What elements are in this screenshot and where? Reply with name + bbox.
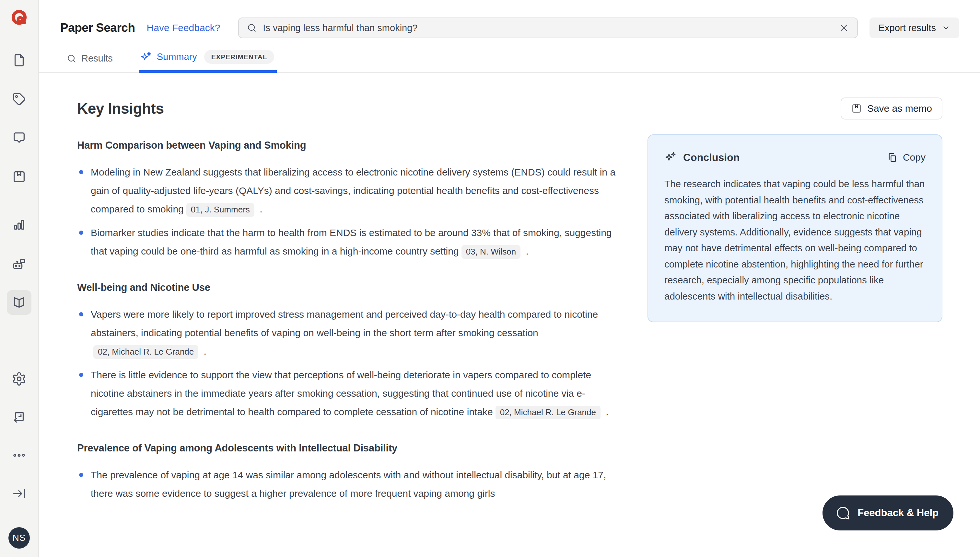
tab-results-label: Results — [81, 53, 113, 64]
content: Key Insights Save as memo Harm Compariso… — [39, 73, 980, 557]
topbar: Paper Search Have Feedback? Export resul… — [39, 0, 980, 38]
bullet-text: Biomarker studies indicate that the harm… — [91, 227, 612, 256]
sparkles-icon — [140, 51, 152, 63]
avatar-initials: NS — [13, 533, 26, 543]
comment-icon[interactable] — [7, 125, 31, 150]
bullet-text: The prevalence of vaping at age 14 was s… — [91, 469, 606, 499]
section-well-being: Well-being and Nicotine Use Vapers were … — [77, 282, 619, 421]
search-input[interactable] — [263, 23, 838, 33]
copy-button[interactable]: Copy — [887, 152, 926, 163]
robot-assistant-icon[interactable] — [7, 251, 31, 276]
save-as-memo-label: Save as memo — [867, 103, 932, 114]
conclusion-title: Conclusion — [683, 151, 740, 163]
search-bar[interactable] — [238, 18, 858, 38]
bullet-text: . — [523, 246, 529, 256]
tab-bar: Results Summary EXPERIMENTAL — [39, 50, 980, 73]
citation-chip[interactable]: 02, Michael R. Le Grande — [93, 345, 198, 359]
conclusion-card: Conclusion Copy The research indicates t… — [647, 134, 942, 322]
search-icon — [67, 54, 77, 64]
gear-icon[interactable] — [7, 366, 31, 391]
app-logo-icon[interactable] — [10, 8, 29, 28]
main-area: Paper Search Have Feedback? Export resul… — [39, 0, 980, 557]
bookmark-icon[interactable] — [7, 164, 31, 189]
key-insights-heading: Key Insights — [77, 100, 164, 117]
search-icon — [247, 23, 257, 33]
citation-chip[interactable]: 03, N. Wilson — [462, 245, 521, 259]
section-heading: Prevalence of Vaping among Adolescents w… — [77, 442, 619, 454]
section-harm-comparison: Harm Comparison between Vaping and Smoki… — [77, 140, 619, 261]
bullet-text: . — [201, 346, 206, 357]
list-item: Modeling in New Zealand suggests that li… — [77, 163, 619, 218]
bullet-text: . — [603, 406, 609, 417]
collapse-icon[interactable] — [7, 481, 31, 506]
open-book-icon[interactable] — [7, 290, 31, 315]
conclusion-body: The research indicates that vaping could… — [664, 176, 926, 304]
citation-chip[interactable]: 01, J. Summers — [186, 203, 255, 217]
more-icon[interactable] — [7, 443, 31, 467]
history-icon[interactable] — [7, 405, 31, 429]
experimental-badge: EXPERIMENTAL — [204, 50, 274, 64]
page-title: Paper Search — [60, 21, 135, 35]
export-results-button[interactable]: Export results — [869, 18, 959, 38]
feedback-help-button[interactable]: Feedback & Help — [823, 495, 954, 531]
avatar[interactable]: NS — [8, 527, 30, 549]
tag-icon[interactable] — [7, 87, 31, 111]
close-icon[interactable] — [838, 22, 849, 33]
bookmark-icon — [851, 103, 862, 114]
have-feedback-link[interactable]: Have Feedback? — [147, 22, 220, 33]
tab-summary[interactable]: Summary EXPERIMENTAL — [140, 50, 274, 72]
copy-label: Copy — [903, 152, 926, 163]
bar-chart-icon[interactable] — [7, 212, 31, 237]
list-item: The prevalence of vaping at age 14 was s… — [77, 466, 619, 503]
save-as-memo-button[interactable]: Save as memo — [841, 98, 942, 119]
content-header: Key Insights Save as memo — [77, 98, 942, 119]
section-heading: Harm Comparison between Vaping and Smoki… — [77, 140, 619, 151]
list-item: Biomarker studies indicate that the harm… — [77, 223, 619, 261]
app-window: NS Paper Search Have Feedback? Export re… — [0, 0, 980, 557]
section-heading: Well-being and Nicotine Use — [77, 282, 619, 293]
bullet-text: . — [257, 204, 263, 214]
list-item: There is little evidence to support the … — [77, 366, 619, 421]
copy-icon — [887, 152, 898, 163]
content-body: Harm Comparison between Vaping and Smoki… — [77, 134, 942, 524]
insight-sections: Harm Comparison between Vaping and Smoki… — [77, 134, 619, 524]
sidebar-bottom: NS — [7, 366, 31, 557]
feedback-help-label: Feedback & Help — [858, 507, 939, 519]
chevron-down-icon — [942, 24, 950, 32]
tab-results[interactable]: Results — [67, 53, 113, 72]
tab-summary-label: Summary — [157, 52, 197, 62]
section-prevalence: Prevalence of Vaping among Adolescents w… — [77, 442, 619, 503]
list-item: Vapers were more likely to report improv… — [77, 305, 619, 360]
chat-bubble-icon — [835, 505, 850, 520]
file-icon[interactable] — [7, 48, 31, 73]
citation-chip[interactable]: 02, Michael R. Le Grande — [495, 406, 601, 419]
sparkles-icon — [664, 151, 677, 163]
bullet-text: Modeling in New Zealand suggests that li… — [91, 167, 616, 214]
sidebar: NS — [0, 0, 39, 557]
conclusion-header: Conclusion Copy — [664, 151, 926, 163]
export-results-label: Export results — [879, 23, 936, 33]
sidebar-nav — [7, 48, 31, 315]
bullet-text: Vapers were more likely to report improv… — [91, 309, 598, 338]
